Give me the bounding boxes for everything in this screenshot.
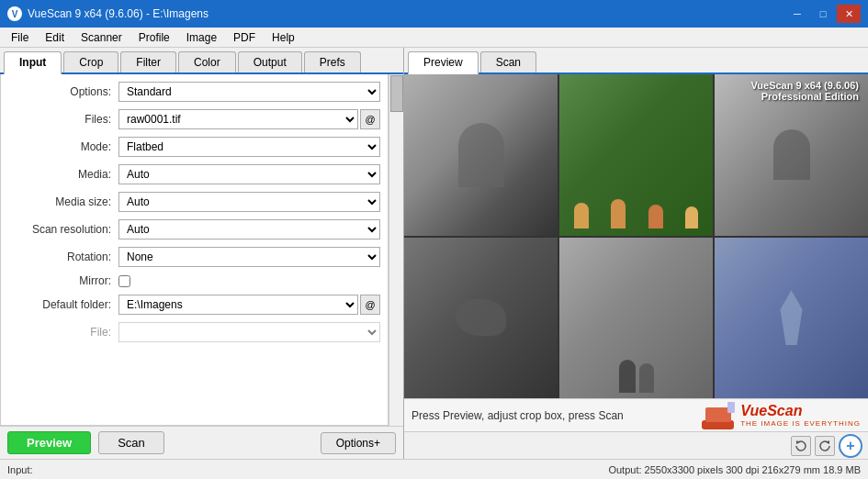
media-size-control: Auto <box>118 192 380 212</box>
watermark-line2: Professional Edition <box>750 91 859 102</box>
close-button[interactable]: ✕ <box>837 5 861 23</box>
rotate-left-icon[interactable] <box>791 436 811 456</box>
app-window: V VueScan 9 x64 (9.6.06) - E:\Imagens ─ … <box>0 0 868 479</box>
menu-edit[interactable]: Edit <box>38 29 72 46</box>
media-control: Auto <box>118 164 380 184</box>
rotation-control: None <box>118 247 380 267</box>
media-label: Media: <box>8 168 118 181</box>
vuescan-logo-text: VueScan <box>740 403 861 419</box>
photo-tile-1 <box>404 74 558 236</box>
scrollbar-thumb[interactable] <box>390 75 403 112</box>
tab-scan-preview[interactable]: Scan <box>480 51 536 72</box>
app-icon: V <box>7 6 22 21</box>
window-controls: ─ □ ✕ <box>785 5 861 23</box>
menu-image[interactable]: Image <box>179 29 224 46</box>
mode-select[interactable]: Flatbed <box>118 137 380 157</box>
menu-scanner[interactable]: Scanner <box>73 29 130 46</box>
scanner-logo-icon <box>702 402 737 429</box>
files-row: Files: raw0001.tif @ <box>5 109 384 129</box>
photo-tile-4 <box>404 238 558 399</box>
mirror-label: Mirror: <box>8 274 118 287</box>
options-control: Standard <box>118 82 380 102</box>
files-control: raw0001.tif @ <box>118 109 380 129</box>
extra-select[interactable] <box>118 322 380 342</box>
watermark-line1: VueScan 9 x64 (9.6.06) <box>750 80 859 91</box>
options-plus-button[interactable]: Options+ <box>321 432 396 454</box>
mirror-checkbox[interactable] <box>118 275 130 287</box>
media-size-select[interactable]: Auto <box>118 192 380 212</box>
files-at-button[interactable]: @ <box>360 109 380 129</box>
form-area: Options: Standard Files: raw0001.tif <box>0 74 389 426</box>
default-folder-control: E:\Imagens @ <box>118 295 380 315</box>
tab-color[interactable]: Color <box>178 51 236 72</box>
files-label: Files: <box>8 113 118 126</box>
logo-text-area: VueScan THE IMAGE IS EVERYTHING <box>740 403 861 428</box>
action-bar: Preview Scan Options+ <box>0 426 403 459</box>
menu-profile[interactable]: Profile <box>131 29 177 46</box>
media-size-row: Media size: Auto <box>5 192 384 212</box>
media-row: Media: Auto <box>5 164 384 184</box>
scan-resolution-row: Scan resolution: Auto <box>5 219 384 240</box>
scan-button[interactable]: Scan <box>98 431 164 454</box>
preview-image-area: VueScan 9 x64 (9.6.06) Professional Edit… <box>404 74 868 398</box>
right-panel: Preview Scan <box>404 48 868 459</box>
files-select[interactable]: raw0001.tif <box>118 109 358 129</box>
extra-control <box>118 322 380 342</box>
tab-preview[interactable]: Preview <box>408 51 479 74</box>
minimize-button[interactable]: ─ <box>785 5 809 23</box>
rotation-select[interactable]: None <box>118 247 380 267</box>
tab-crop[interactable]: Crop <box>63 51 118 72</box>
default-folder-label: Default folder: <box>8 298 118 311</box>
photo-tile-6 <box>715 238 868 399</box>
status-input-label: Input: <box>7 464 33 475</box>
preview-caption: Press Preview, adjust crop box, press Sc… <box>411 409 624 422</box>
vuescan-logo: VueScan THE IMAGE IS EVERYTHING <box>702 402 861 429</box>
media-size-label: Media size: <box>8 195 118 208</box>
scan-resolution-control: Auto <box>118 219 380 240</box>
photo-tile-5 <box>559 238 713 399</box>
rotation-row: Rotation: None <box>5 247 384 267</box>
status-output-info: Output: 2550x3300 pixels 300 dpi 216x279… <box>608 464 861 475</box>
media-select[interactable]: Auto <box>118 164 380 184</box>
preview-bottom: Press Preview, adjust crop box, press Sc… <box>404 398 868 431</box>
watermark-overlay: VueScan 9 x64 (9.6.06) Professional Edit… <box>750 80 859 102</box>
preview-button[interactable]: Preview <box>7 431 91 454</box>
photo-collage <box>404 74 868 398</box>
tab-output[interactable]: Output <box>238 51 302 72</box>
mode-row: Mode: Flatbed <box>5 137 384 157</box>
extra-row: File: <box>5 322 384 342</box>
mode-label: Mode: <box>8 140 118 153</box>
restore-button[interactable]: □ <box>811 5 835 23</box>
left-panel: Input Crop Filter Color Output Prefs Opt… <box>0 48 404 459</box>
scan-resolution-select[interactable]: Auto <box>118 219 380 240</box>
title-bar: V VueScan 9 x64 (9.6.06) - E:\Imagens ─ … <box>0 0 868 28</box>
photo-tile-2 <box>559 74 713 236</box>
mirror-control <box>118 275 380 287</box>
rotate-right-icon[interactable] <box>815 436 835 456</box>
menu-help[interactable]: Help <box>265 29 302 46</box>
menu-file[interactable]: File <box>4 29 36 46</box>
options-select[interactable]: Standard <box>118 82 380 102</box>
tab-input[interactable]: Input <box>4 51 62 74</box>
status-bar: Input: Output: 2550x3300 pixels 300 dpi … <box>0 459 868 479</box>
default-folder-row: Default folder: E:\Imagens @ <box>5 295 384 315</box>
options-label: Options: <box>8 85 118 98</box>
zoom-in-icon[interactable]: + <box>839 434 862 458</box>
tab-prefs[interactable]: Prefs <box>304 51 361 72</box>
content-area: Input Crop Filter Color Output Prefs Opt… <box>0 48 868 459</box>
rotation-label: Rotation: <box>8 251 118 263</box>
tab-filter[interactable]: Filter <box>120 51 176 72</box>
form-scrollbar[interactable] <box>389 74 403 426</box>
title-bar-left: V VueScan 9 x64 (9.6.06) - E:\Imagens <box>7 6 209 21</box>
default-folder-select[interactable]: E:\Imagens <box>118 295 358 315</box>
options-row: Options: Standard <box>5 82 384 102</box>
extra-label: File: <box>8 326 118 339</box>
mirror-row: Mirror: <box>5 274 384 287</box>
scan-resolution-label: Scan resolution: <box>8 223 118 236</box>
menu-pdf[interactable]: PDF <box>226 29 263 46</box>
form-wrapper: Options: Standard Files: raw0001.tif <box>0 74 403 426</box>
window-title: VueScan 9 x64 (9.6.06) - E:\Imagens <box>28 7 209 20</box>
preview-tabs: Preview Scan <box>404 48 868 74</box>
preview-toolbar-row: + <box>404 431 868 459</box>
default-folder-at-button[interactable]: @ <box>360 295 380 315</box>
